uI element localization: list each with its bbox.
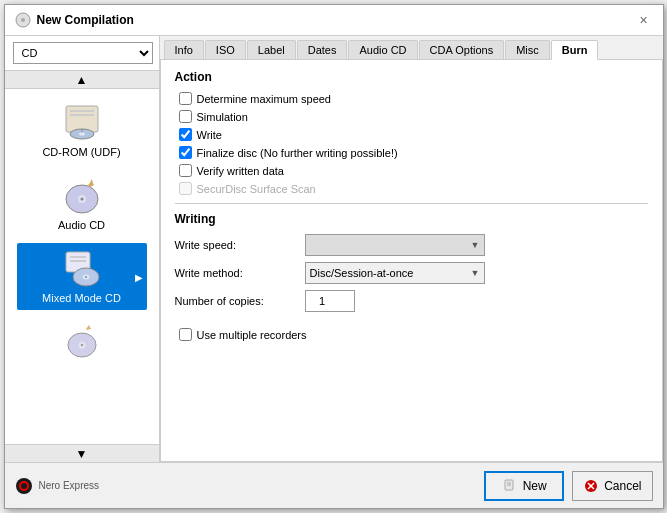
cd-type-dropdown-row: CD DVD Blu-ray: [5, 36, 159, 71]
tabs-bar: Info ISO Label Dates Audio CD CDA Option…: [160, 36, 663, 60]
svg-point-16: [85, 276, 87, 278]
action-section-title: Action: [175, 70, 648, 84]
burn-panel: Action Determine maximum speed Simulatio…: [160, 60, 663, 462]
write-method-dropdown[interactable]: Disc/Session-at-once ▼: [305, 262, 485, 284]
bottom-buttons: New Cancel: [484, 471, 652, 501]
copies-control: [305, 290, 648, 312]
dialog-title: New Compilation: [37, 13, 134, 27]
checkbox-label-max-speed: Determine maximum speed: [197, 93, 332, 105]
sidebar-scroll-up[interactable]: ▲: [5, 71, 159, 89]
audio-cd-icon: [58, 176, 106, 216]
checkbox-multiple-recorders[interactable]: [179, 328, 192, 341]
cdrom-udf-icon: [58, 103, 106, 143]
checkbox-row-verify: Verify written data: [179, 164, 648, 177]
checkbox-row-multiple-recorders: Use multiple recorders: [179, 328, 648, 341]
svg-rect-3: [70, 110, 94, 112]
write-method-row: Write method: Disc/Session-at-once ▼: [175, 262, 648, 284]
write-method-arrow: ▼: [471, 268, 480, 278]
new-compilation-dialog: New Compilation × CD DVD Blu-ray ▲: [4, 4, 664, 509]
checkbox-simulation[interactable]: [179, 110, 192, 123]
new-button[interactable]: New: [484, 471, 564, 501]
close-button[interactable]: ×: [635, 11, 653, 29]
title-bar-left: New Compilation: [15, 12, 134, 28]
svg-point-19: [80, 344, 82, 346]
section-divider: [175, 203, 648, 204]
tab-burn[interactable]: Burn: [551, 40, 599, 60]
selected-item-arrow: ▶: [135, 271, 143, 282]
nero-logo-icon: [15, 477, 33, 495]
cancel-button[interactable]: Cancel: [572, 471, 652, 501]
copies-label: Number of copies:: [175, 295, 305, 307]
bottom-bar: Nero Express New: [5, 462, 663, 508]
audio-cd-label: Audio CD: [58, 219, 105, 231]
sidebar-item-audio-cd[interactable]: Audio CD: [17, 170, 147, 237]
new-button-icon: [502, 478, 518, 494]
svg-rect-12: [70, 256, 86, 258]
writing-section-title: Writing: [175, 212, 648, 226]
write-speed-row: Write speed: ▼: [175, 234, 648, 256]
sidebar-scroll-down[interactable]: ▼: [5, 444, 159, 462]
tab-dates[interactable]: Dates: [297, 40, 348, 59]
scroll-up-icon: ▲: [76, 73, 88, 87]
svg-point-1: [21, 18, 25, 22]
write-speed-arrow: ▼: [471, 240, 480, 250]
sidebar-item-extra[interactable]: [17, 316, 147, 371]
dialog-icon: [15, 12, 31, 28]
copies-row: Number of copies:: [175, 290, 648, 312]
sidebar-items: CD-ROM (UDF) Audio CD: [5, 89, 159, 444]
copies-input[interactable]: [305, 290, 355, 312]
checkbox-row-securdisc: SecurDisc Surface Scan: [179, 182, 648, 195]
new-button-label: New: [523, 479, 547, 493]
tab-misc[interactable]: Misc: [505, 40, 550, 59]
cdrom-udf-label: CD-ROM (UDF): [42, 146, 120, 158]
checkbox-row-max-speed: Determine maximum speed: [179, 92, 648, 105]
scroll-down-icon: ▼: [76, 447, 88, 461]
tab-info[interactable]: Info: [164, 40, 204, 59]
checkbox-finalize[interactable]: [179, 146, 192, 159]
write-speed-label: Write speed:: [175, 239, 305, 251]
cancel-button-label: Cancel: [604, 479, 641, 493]
write-speed-dropdown[interactable]: ▼: [305, 234, 485, 256]
nero-express-label: Nero Express: [39, 480, 100, 491]
checkbox-label-multiple-recorders: Use multiple recorders: [197, 329, 307, 341]
svg-point-20: [16, 478, 32, 494]
write-speed-control: ▼: [305, 234, 648, 256]
sidebar-item-cdrom-udf[interactable]: CD-ROM (UDF): [17, 97, 147, 164]
svg-point-6: [79, 133, 85, 136]
dialog-body: CD DVD Blu-ray ▲: [5, 36, 663, 462]
checkbox-label-finalize: Finalize disc (No further writing possib…: [197, 147, 398, 159]
checkbox-label-securdisc: SecurDisc Surface Scan: [197, 183, 316, 195]
checkbox-label-simulation: Simulation: [197, 111, 248, 123]
sidebar: CD DVD Blu-ray ▲: [5, 36, 160, 462]
checkbox-label-verify: Verify written data: [197, 165, 284, 177]
svg-point-10: [80, 198, 83, 201]
svg-rect-13: [70, 260, 86, 262]
extra-icon: [58, 322, 106, 362]
write-method-value: Disc/Session-at-once: [310, 267, 414, 279]
checkbox-securdisc[interactable]: [179, 182, 192, 195]
svg-rect-4: [70, 114, 94, 116]
mixed-mode-cd-icon: [58, 249, 106, 289]
cd-type-select[interactable]: CD DVD Blu-ray: [13, 42, 153, 64]
cancel-button-icon: [583, 478, 599, 494]
title-bar: New Compilation ×: [5, 5, 663, 36]
checkbox-verify[interactable]: [179, 164, 192, 177]
sidebar-item-mixed-mode-cd[interactable]: Mixed Mode CD ▶: [17, 243, 147, 310]
checkbox-row-finalize: Finalize disc (No further writing possib…: [179, 146, 648, 159]
tab-audio-cd[interactable]: Audio CD: [348, 40, 417, 59]
checkbox-write[interactable]: [179, 128, 192, 141]
tab-label[interactable]: Label: [247, 40, 296, 59]
checkbox-row-write: Write: [179, 128, 648, 141]
content-area: Info ISO Label Dates Audio CD CDA Option…: [160, 36, 663, 462]
checkbox-label-write: Write: [197, 129, 222, 141]
write-method-control: Disc/Session-at-once ▼: [305, 262, 648, 284]
bottom-left: Nero Express: [15, 477, 100, 495]
checkbox-row-simulation: Simulation: [179, 110, 648, 123]
mixed-mode-cd-label: Mixed Mode CD: [42, 292, 121, 304]
checkbox-max-speed[interactable]: [179, 92, 192, 105]
write-method-label: Write method:: [175, 267, 305, 279]
tab-iso[interactable]: ISO: [205, 40, 246, 59]
tab-cda-options[interactable]: CDA Options: [419, 40, 505, 59]
svg-rect-2: [66, 106, 98, 132]
